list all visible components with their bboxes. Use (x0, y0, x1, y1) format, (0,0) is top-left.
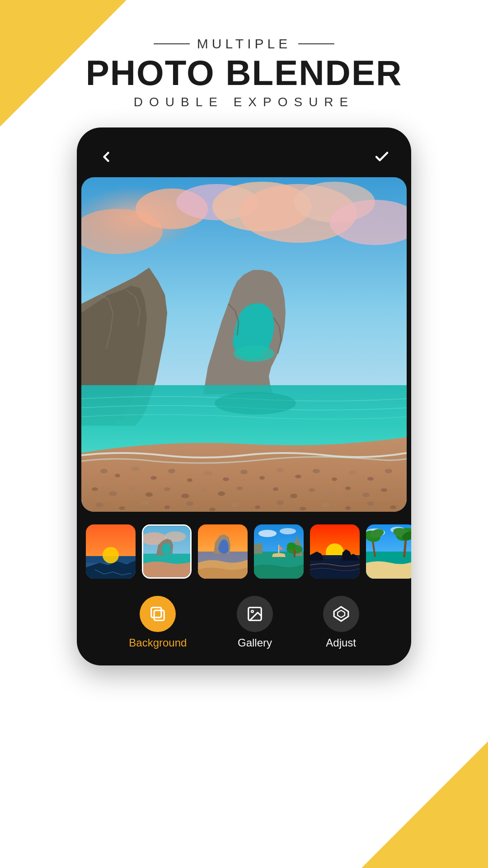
svg-point-36 (218, 491, 225, 496)
svg-point-16 (168, 469, 175, 473)
thumbnail-1[interactable] (86, 524, 136, 579)
corner-decoration-br (361, 741, 488, 868)
svg-point-29 (92, 487, 98, 491)
thumbnail-6[interactable] (366, 524, 411, 579)
svg-point-72 (258, 530, 277, 537)
svg-point-77 (287, 542, 296, 550)
confirm-button[interactable] (371, 146, 393, 168)
thumbnail-3[interactable] (198, 524, 248, 579)
gallery-label: Gallery (238, 637, 272, 649)
svg-point-23 (295, 475, 301, 478)
svg-point-57 (321, 503, 329, 507)
svg-point-28 (385, 469, 392, 473)
adjust-nav-icon-bg (323, 596, 359, 632)
bottom-nav: Background Gallery Adjust (77, 587, 411, 665)
thumbnail-5[interactable] (310, 524, 360, 579)
svg-point-41 (309, 488, 315, 492)
svg-point-31 (128, 486, 134, 490)
svg-point-21 (259, 476, 265, 480)
phone-mockup: Background Gallery Adjust (77, 127, 411, 665)
svg-point-56 (300, 507, 306, 510)
app-header: MULTIPLE PHOTO BLENDER DOUBLE EXPOSURE (0, 0, 488, 127)
nav-item-adjust[interactable]: Adjust (323, 596, 359, 649)
background-nav-icon-bg (140, 596, 176, 632)
svg-point-51 (186, 501, 193, 506)
svg-marker-98 (334, 607, 348, 621)
tagline: MULTIPLE (0, 36, 488, 52)
phone-topbar (77, 141, 411, 177)
svg-point-30 (109, 491, 117, 496)
thumbnail-4[interactable] (254, 524, 304, 579)
nav-item-background[interactable]: Background (129, 596, 187, 649)
svg-point-64 (103, 547, 119, 563)
svg-point-55 (277, 500, 284, 505)
svg-point-45 (381, 488, 387, 492)
app-subtitle: DOUBLE EXPOSURE (0, 95, 488, 109)
svg-point-26 (348, 470, 357, 475)
svg-point-42 (326, 491, 334, 496)
svg-point-24 (313, 469, 320, 473)
svg-rect-82 (310, 559, 360, 579)
svg-point-12 (100, 469, 108, 473)
svg-point-14 (131, 467, 140, 471)
svg-point-11 (215, 392, 296, 415)
svg-point-20 (240, 470, 248, 474)
svg-point-47 (96, 503, 103, 507)
thumbnail-2[interactable] (142, 524, 192, 579)
thumbnail-strip (77, 512, 411, 587)
svg-point-52 (209, 508, 216, 511)
svg-point-97 (251, 610, 253, 613)
svg-point-37 (236, 486, 243, 490)
svg-point-17 (187, 478, 192, 482)
gallery-nav-icon-bg (237, 596, 273, 632)
svg-point-58 (345, 506, 351, 510)
svg-point-22 (276, 468, 284, 472)
svg-point-27 (367, 477, 374, 481)
svg-rect-94 (151, 608, 161, 618)
svg-point-60 (390, 505, 396, 509)
nav-item-gallery[interactable]: Gallery (237, 596, 273, 649)
svg-point-48 (119, 506, 125, 510)
background-label: Background (129, 637, 187, 649)
svg-point-19 (223, 477, 229, 481)
svg-point-38 (253, 492, 262, 497)
svg-rect-95 (154, 610, 164, 620)
svg-point-9 (234, 345, 274, 362)
svg-marker-99 (338, 610, 345, 618)
adjust-label: Adjust (326, 637, 356, 649)
svg-point-15 (150, 476, 157, 480)
svg-point-32 (145, 492, 153, 497)
app-title: PHOTO BLENDER (0, 55, 488, 90)
svg-point-46 (394, 494, 402, 499)
svg-point-54 (255, 505, 260, 509)
svg-point-59 (367, 501, 374, 506)
svg-rect-78 (294, 549, 296, 557)
svg-point-44 (362, 493, 370, 497)
svg-point-43 (345, 486, 351, 490)
svg-point-33 (164, 487, 170, 491)
svg-point-35 (201, 488, 206, 492)
svg-point-18 (203, 471, 212, 476)
main-photo-canvas (81, 177, 407, 512)
svg-point-49 (141, 500, 149, 505)
svg-point-53 (231, 503, 239, 507)
svg-point-40 (290, 494, 297, 498)
svg-point-34 (181, 494, 189, 498)
svg-point-25 (332, 477, 337, 481)
svg-point-73 (280, 528, 296, 534)
svg-point-50 (164, 505, 170, 509)
svg-point-13 (115, 474, 120, 477)
back-button[interactable] (95, 146, 117, 168)
svg-point-39 (273, 487, 278, 491)
